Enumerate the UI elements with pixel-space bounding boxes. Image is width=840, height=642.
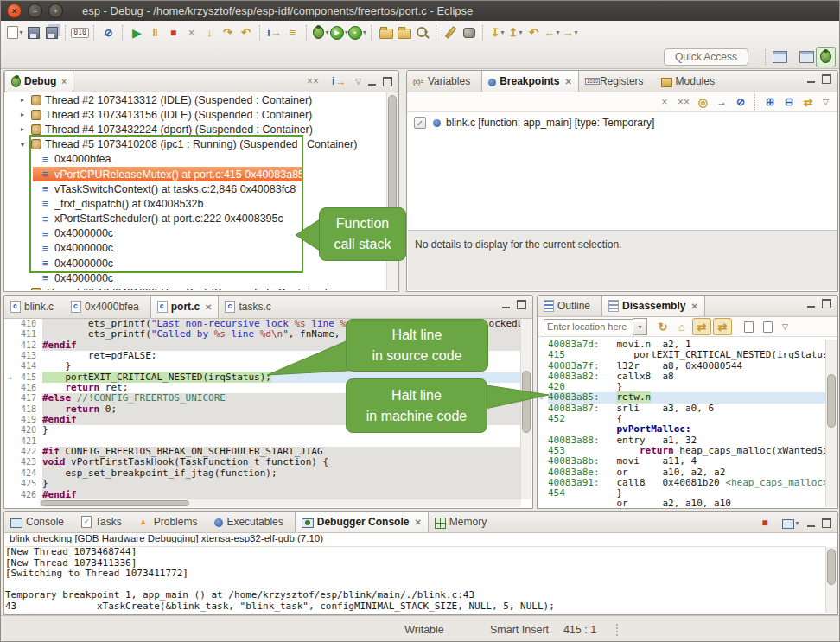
- dropdown-icon[interactable]: ▾: [500, 29, 504, 36]
- editor-tab[interactable]: tasks.c: [219, 296, 282, 318]
- instruction-pointer-icon[interactable]: [5, 383, 14, 393]
- run-button[interactable]: ▶▾: [330, 23, 348, 42]
- dropdown-icon[interactable]: ▾: [325, 29, 328, 36]
- line-number[interactable]: 425: [14, 479, 42, 489]
- location-dropdown-icon[interactable]: ▾: [633, 318, 647, 335]
- view-tab[interactable]: Registers: [579, 71, 655, 92]
- skip-all-breakpoints-toggle[interactable]: ⊘: [732, 94, 749, 110]
- remove-all-breakpoints-button[interactable]: ××: [675, 94, 692, 110]
- debug-tree-row[interactable]: ≡ 0x4000000c: [5, 270, 387, 285]
- collapse-all-button[interactable]: ⊟: [780, 94, 798, 110]
- line-number[interactable]: 424: [14, 468, 42, 479]
- instruction-pointer-icon[interactable]: [5, 436, 14, 447]
- maximize-view-icon[interactable]: [517, 300, 526, 309]
- mark-occurrences-button[interactable]: [442, 23, 460, 42]
- maximize-view-icon[interactable]: [383, 77, 392, 86]
- debug-tree-row[interactable]: ▸ Thread #4 1073432224 (dport) (Suspende…: [5, 122, 387, 137]
- close-icon[interactable]: ✕: [690, 302, 697, 311]
- view-tab[interactable]: Memory: [429, 512, 498, 532]
- new-button[interactable]: ▾: [6, 23, 24, 42]
- skip-all-breakpoints-button[interactable]: ⊘: [99, 23, 118, 42]
- maximize-view-icon[interactable]: [822, 518, 831, 528]
- instruction-pointer-icon[interactable]: [5, 447, 14, 457]
- view-tab[interactable]: Debugger Console ✕: [295, 512, 429, 532]
- view-tab[interactable]: Console: [4, 512, 75, 532]
- line-number[interactable]: 415: [14, 372, 42, 383]
- forward-button[interactable]: →▾: [561, 23, 579, 42]
- instruction-pointer-icon[interactable]: [5, 319, 14, 329]
- expand-arrow-icon[interactable]: ▸: [21, 289, 31, 290]
- debug-tree-row[interactable]: ≡ vPortCPUReleaseMutex() at port.c:415 0…: [5, 167, 387, 181]
- next-annotation-button[interactable]: ↧▾: [488, 23, 506, 42]
- editor-horizontal-scrollbar[interactable]: [39, 499, 521, 507]
- code-text[interactable]: }: [42, 479, 521, 489]
- instruction-pointer-icon[interactable]: [5, 340, 14, 351]
- debug-tree-row[interactable]: ▾ Thread #5 1073410208 (ipc1 : Running) …: [5, 137, 387, 152]
- console-output[interactable]: [New Thread 1073468744] [New Thread 1073…: [5, 547, 826, 613]
- code-line[interactable]: 425 }: [5, 479, 521, 489]
- open-type-button[interactable]: [377, 23, 395, 42]
- dropdown-icon[interactable]: ▾: [557, 29, 560, 36]
- line-number[interactable]: 413: [14, 351, 42, 361]
- minimize-view-icon[interactable]: [502, 301, 510, 308]
- dropdown-icon[interactable]: ▾: [363, 29, 366, 36]
- dropdown-icon[interactable]: ▾: [795, 519, 799, 527]
- breakpoint-checkbox[interactable]: ✓: [414, 117, 426, 129]
- instruction-stepping-button[interactable]: i→: [265, 23, 283, 42]
- line-number[interactable]: 418: [14, 404, 42, 415]
- copy-button[interactable]: [740, 319, 757, 334]
- terminate-console-button[interactable]: ■: [756, 515, 773, 531]
- view-tab[interactable]: Outline: [538, 296, 601, 316]
- expand-arrow-icon[interactable]: ▸: [21, 125, 31, 133]
- view-tab[interactable]: Disassembly ✕: [601, 296, 705, 316]
- dropdown-icon[interactable]: ▾: [575, 29, 578, 36]
- resume-button[interactable]: ▶: [128, 23, 146, 42]
- back-button[interactable]: ←▾: [543, 23, 561, 42]
- maximize-button[interactable]: +: [48, 3, 63, 18]
- editor-tab[interactable]: 0x4000bfea: [65, 296, 150, 318]
- view-tab[interactable]: Executables: [208, 512, 294, 532]
- editor-vertical-scrollbar[interactable]: [520, 319, 531, 499]
- step-into-button[interactable]: ↓: [200, 23, 219, 42]
- display-selected-console-button[interactable]: ▾: [782, 515, 799, 531]
- instruction-pointer-icon[interactable]: [5, 361, 14, 372]
- quick-access-button[interactable]: Quick Access: [664, 48, 748, 66]
- disassembly-line[interactable]: or a2, a10, a10: [538, 499, 826, 507]
- line-number[interactable]: 410: [14, 319, 42, 329]
- save-all-button[interactable]: [42, 23, 60, 42]
- debug-button[interactable]: ▾: [312, 23, 330, 42]
- expand-arrow-icon[interactable]: ▸: [21, 111, 31, 118]
- step-return-button[interactable]: ↶: [237, 23, 255, 42]
- view-tab[interactable]: Breakpoints ✕: [481, 71, 579, 92]
- location-input[interactable]: [544, 319, 633, 334]
- line-number[interactable]: 422: [14, 447, 42, 457]
- instruction-pointer-icon[interactable]: [5, 415, 14, 425]
- close-icon[interactable]: ×: [61, 77, 67, 86]
- sync-with-source-toggle[interactable]: ⇄: [692, 318, 711, 335]
- remove-breakpoint-button[interactable]: ×: [656, 94, 673, 110]
- instruction-pointer-icon[interactable]: [5, 468, 14, 479]
- instruction-stepping-toggle[interactable]: i→: [330, 73, 347, 89]
- editor-tab[interactable]: port.c ✕: [150, 296, 220, 318]
- debug-tree-row[interactable]: ≡ 0x4000bfea: [5, 152, 387, 167]
- minimize-view-icon[interactable]: [807, 75, 815, 83]
- track-expression-toggle[interactable]: ⇄: [713, 318, 732, 335]
- refresh-button[interactable]: ↻: [654, 319, 671, 334]
- instruction-pointer-icon[interactable]: [5, 351, 14, 361]
- debug-tree-row[interactable]: ≡ vTaskSwitchContext() at tasks.c:2,846 …: [5, 181, 387, 196]
- view-tab[interactable]: Tasks: [75, 512, 133, 532]
- export-button[interactable]: [759, 319, 776, 334]
- line-number[interactable]: 412: [14, 340, 42, 351]
- maximize-view-icon[interactable]: [822, 74, 831, 84]
- line-number[interactable]: 416: [14, 383, 42, 393]
- dropdown-icon[interactable]: ▾: [19, 29, 22, 36]
- close-icon[interactable]: ✕: [414, 518, 421, 527]
- line-number[interactable]: 423: [14, 457, 42, 467]
- debug-tree-row[interactable]: ▸ Thread #6 1073431096 (Tmr Svc) (Suspen…: [5, 285, 387, 290]
- go-to-file-button[interactable]: →: [713, 94, 730, 110]
- instruction-pointer-icon[interactable]: [5, 329, 14, 340]
- cpp-perspective-button[interactable]: [798, 48, 816, 67]
- minimize-button[interactable]: –: [28, 3, 42, 18]
- editor-tab[interactable]: blink.c: [4, 296, 65, 318]
- expand-arrow-icon[interactable]: ▾: [21, 141, 31, 149]
